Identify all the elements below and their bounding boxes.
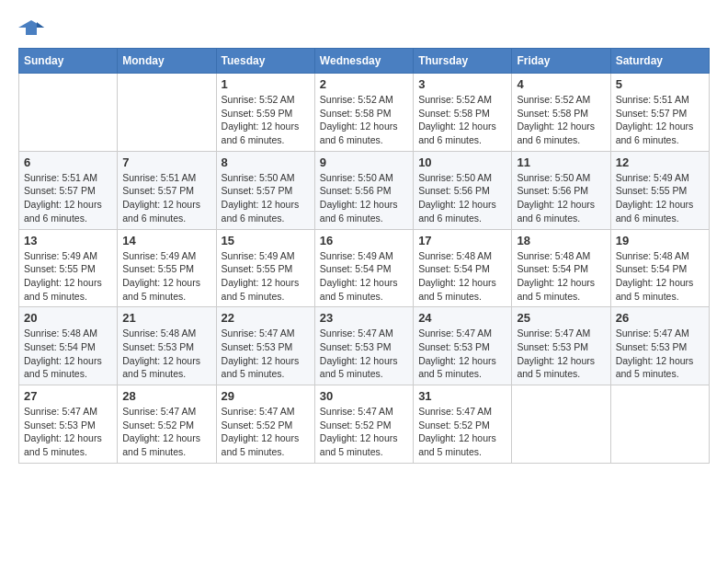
day-number: 18 <box>517 234 605 247</box>
day-number: 1 <box>222 77 310 91</box>
day-info: Sunrise: 5:51 AM Sunset: 5:57 PM Dayligh… <box>616 93 704 147</box>
calendar-cell: 31Sunrise: 5:47 AM Sunset: 5:52 PM Dayli… <box>414 385 512 464</box>
page-header <box>18 18 710 39</box>
week-row-2: 6Sunrise: 5:51 AM Sunset: 5:57 PM Daylig… <box>19 151 710 229</box>
day-info: Sunrise: 5:48 AM Sunset: 5:54 PM Dayligh… <box>517 249 605 304</box>
column-header-thursday: Thursday <box>414 49 512 74</box>
day-info: Sunrise: 5:49 AM Sunset: 5:55 PM Dayligh… <box>122 249 210 304</box>
day-number: 6 <box>24 155 112 169</box>
day-number: 25 <box>517 311 605 325</box>
column-header-friday: Friday <box>512 49 610 74</box>
calendar-cell: 3Sunrise: 5:52 AM Sunset: 5:58 PM Daylig… <box>414 74 512 152</box>
calendar-table: SundayMondayTuesdayWednesdayThursdayFrid… <box>18 48 710 464</box>
day-info: Sunrise: 5:47 AM Sunset: 5:52 PM Dayligh… <box>222 405 310 459</box>
day-number: 7 <box>122 155 210 169</box>
day-info: Sunrise: 5:50 AM Sunset: 5:57 PM Dayligh… <box>222 171 310 225</box>
day-number: 3 <box>418 77 506 91</box>
day-number: 17 <box>418 234 506 247</box>
week-row-3: 13Sunrise: 5:49 AM Sunset: 5:55 PM Dayli… <box>19 229 710 307</box>
day-info: Sunrise: 5:52 AM Sunset: 5:58 PM Dayligh… <box>320 93 408 147</box>
calendar-cell: 27Sunrise: 5:47 AM Sunset: 5:53 PM Dayli… <box>19 385 118 464</box>
column-header-monday: Monday <box>118 49 216 74</box>
day-number: 27 <box>24 389 112 403</box>
day-info: Sunrise: 5:49 AM Sunset: 5:55 PM Dayligh… <box>24 249 112 304</box>
day-number: 13 <box>24 234 112 247</box>
week-row-5: 27Sunrise: 5:47 AM Sunset: 5:53 PM Dayli… <box>19 385 710 464</box>
week-row-4: 20Sunrise: 5:48 AM Sunset: 5:54 PM Dayli… <box>19 307 710 385</box>
day-number: 14 <box>122 234 210 247</box>
calendar-cell: 8Sunrise: 5:50 AM Sunset: 5:57 PM Daylig… <box>216 151 314 229</box>
day-info: Sunrise: 5:48 AM Sunset: 5:53 PM Dayligh… <box>122 327 210 381</box>
day-info: Sunrise: 5:48 AM Sunset: 5:54 PM Dayligh… <box>418 249 506 304</box>
column-header-saturday: Saturday <box>610 49 709 74</box>
calendar-cell: 1Sunrise: 5:52 AM Sunset: 5:59 PM Daylig… <box>216 74 314 152</box>
day-info: Sunrise: 5:47 AM Sunset: 5:53 PM Dayligh… <box>616 327 704 381</box>
logo-icon <box>18 18 44 39</box>
calendar-cell: 28Sunrise: 5:47 AM Sunset: 5:52 PM Dayli… <box>118 385 216 464</box>
day-info: Sunrise: 5:47 AM Sunset: 5:53 PM Dayligh… <box>222 327 310 381</box>
header-row: SundayMondayTuesdayWednesdayThursdayFrid… <box>19 49 710 74</box>
calendar-cell: 23Sunrise: 5:47 AM Sunset: 5:53 PM Dayli… <box>314 307 413 385</box>
day-info: Sunrise: 5:47 AM Sunset: 5:53 PM Dayligh… <box>24 405 112 459</box>
logo <box>18 18 48 39</box>
calendar-cell: 14Sunrise: 5:49 AM Sunset: 5:55 PM Dayli… <box>118 229 216 307</box>
day-number: 2 <box>320 77 408 91</box>
calendar-cell: 6Sunrise: 5:51 AM Sunset: 5:57 PM Daylig… <box>19 151 118 229</box>
day-number: 8 <box>222 155 310 169</box>
calendar-cell: 22Sunrise: 5:47 AM Sunset: 5:53 PM Dayli… <box>216 307 314 385</box>
day-info: Sunrise: 5:51 AM Sunset: 5:57 PM Dayligh… <box>122 171 210 225</box>
day-info: Sunrise: 5:49 AM Sunset: 5:54 PM Dayligh… <box>320 249 408 304</box>
day-number: 9 <box>320 155 408 169</box>
calendar-cell: 11Sunrise: 5:50 AM Sunset: 5:56 PM Dayli… <box>512 151 610 229</box>
day-number: 11 <box>517 155 605 169</box>
calendar-cell: 24Sunrise: 5:47 AM Sunset: 5:53 PM Dayli… <box>414 307 512 385</box>
day-info: Sunrise: 5:48 AM Sunset: 5:54 PM Dayligh… <box>24 327 112 381</box>
day-number: 12 <box>616 155 704 169</box>
svg-marker-1 <box>37 22 44 28</box>
day-info: Sunrise: 5:47 AM Sunset: 5:53 PM Dayligh… <box>517 327 605 381</box>
day-info: Sunrise: 5:50 AM Sunset: 5:56 PM Dayligh… <box>418 171 506 225</box>
calendar-cell <box>118 74 216 152</box>
day-number: 19 <box>616 234 704 247</box>
day-info: Sunrise: 5:47 AM Sunset: 5:52 PM Dayligh… <box>418 405 506 459</box>
calendar-cell: 12Sunrise: 5:49 AM Sunset: 5:55 PM Dayli… <box>610 151 709 229</box>
day-info: Sunrise: 5:47 AM Sunset: 5:52 PM Dayligh… <box>320 405 408 459</box>
day-number: 24 <box>418 311 506 325</box>
calendar-cell: 17Sunrise: 5:48 AM Sunset: 5:54 PM Dayli… <box>414 229 512 307</box>
calendar-cell: 20Sunrise: 5:48 AM Sunset: 5:54 PM Dayli… <box>19 307 118 385</box>
day-info: Sunrise: 5:52 AM Sunset: 5:59 PM Dayligh… <box>222 93 310 147</box>
day-number: 26 <box>616 311 704 325</box>
day-info: Sunrise: 5:49 AM Sunset: 5:55 PM Dayligh… <box>616 171 704 225</box>
day-number: 15 <box>222 234 310 247</box>
day-info: Sunrise: 5:48 AM Sunset: 5:54 PM Dayligh… <box>616 249 704 304</box>
column-header-tuesday: Tuesday <box>216 49 314 74</box>
day-info: Sunrise: 5:49 AM Sunset: 5:55 PM Dayligh… <box>222 249 310 304</box>
column-header-sunday: Sunday <box>19 49 118 74</box>
day-number: 4 <box>517 77 605 91</box>
calendar-cell: 5Sunrise: 5:51 AM Sunset: 5:57 PM Daylig… <box>610 74 709 152</box>
day-info: Sunrise: 5:51 AM Sunset: 5:57 PM Dayligh… <box>24 171 112 225</box>
calendar-cell: 7Sunrise: 5:51 AM Sunset: 5:57 PM Daylig… <box>118 151 216 229</box>
day-number: 22 <box>222 311 310 325</box>
week-row-1: 1Sunrise: 5:52 AM Sunset: 5:59 PM Daylig… <box>19 74 710 152</box>
column-header-wednesday: Wednesday <box>314 49 413 74</box>
calendar-cell <box>610 385 709 464</box>
day-number: 28 <box>122 389 210 403</box>
day-info: Sunrise: 5:52 AM Sunset: 5:58 PM Dayligh… <box>418 93 506 147</box>
calendar-cell: 19Sunrise: 5:48 AM Sunset: 5:54 PM Dayli… <box>610 229 709 307</box>
calendar-cell: 2Sunrise: 5:52 AM Sunset: 5:58 PM Daylig… <box>314 74 413 152</box>
calendar-cell <box>512 385 610 464</box>
calendar-cell: 25Sunrise: 5:47 AM Sunset: 5:53 PM Dayli… <box>512 307 610 385</box>
day-number: 23 <box>320 311 408 325</box>
day-info: Sunrise: 5:47 AM Sunset: 5:53 PM Dayligh… <box>320 327 408 381</box>
day-number: 29 <box>222 389 310 403</box>
calendar-cell: 26Sunrise: 5:47 AM Sunset: 5:53 PM Dayli… <box>610 307 709 385</box>
calendar-cell: 13Sunrise: 5:49 AM Sunset: 5:55 PM Dayli… <box>19 229 118 307</box>
day-number: 20 <box>24 311 112 325</box>
calendar-cell: 4Sunrise: 5:52 AM Sunset: 5:58 PM Daylig… <box>512 74 610 152</box>
day-info: Sunrise: 5:50 AM Sunset: 5:56 PM Dayligh… <box>320 171 408 225</box>
day-number: 21 <box>122 311 210 325</box>
day-info: Sunrise: 5:50 AM Sunset: 5:56 PM Dayligh… <box>517 171 605 225</box>
day-info: Sunrise: 5:47 AM Sunset: 5:53 PM Dayligh… <box>418 327 506 381</box>
day-number: 30 <box>320 389 408 403</box>
